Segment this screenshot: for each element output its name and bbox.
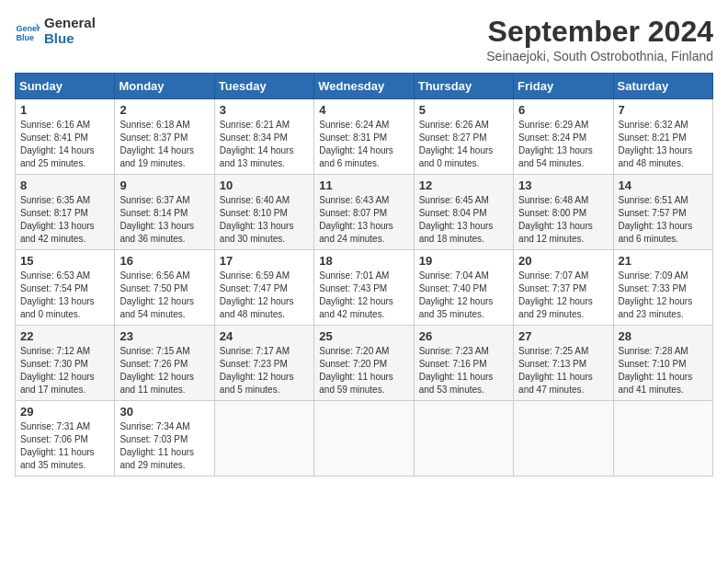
day-daylight: Daylight: 12 hours and 42 minutes. xyxy=(319,296,393,319)
day-sunrise: Sunrise: 6:18 AM xyxy=(119,120,189,130)
day-sunset: Sunset: 8:34 PM xyxy=(220,132,288,143)
day-daylight: Daylight: 12 hours and 11 minutes. xyxy=(119,372,194,395)
day-number: 23 xyxy=(119,329,209,343)
calendar-cell: 27 Sunrise: 7:25 AM Sunset: 7:13 PM Dayl… xyxy=(514,326,613,401)
day-daylight: Daylight: 12 hours and 35 minutes. xyxy=(419,296,494,319)
day-sunrise: Sunrise: 6:51 AM xyxy=(619,195,688,205)
day-sunset: Sunset: 7:23 PM xyxy=(220,359,288,369)
col-header-tuesday: Tuesday xyxy=(214,74,313,99)
calendar-cell: 14 Sunrise: 6:51 AM Sunset: 7:57 PM Dayl… xyxy=(613,175,712,250)
day-sunrise: Sunrise: 7:31 AM xyxy=(20,421,90,431)
day-daylight: Daylight: 11 hours and 35 minutes. xyxy=(20,447,95,470)
day-sunset: Sunset: 7:10 PM xyxy=(619,359,687,369)
day-number: 12 xyxy=(419,178,508,192)
day-sunset: Sunset: 8:21 PM xyxy=(619,132,687,143)
day-sunset: Sunset: 8:17 PM xyxy=(20,208,88,218)
calendar-cell: 2 Sunrise: 6:18 AM Sunset: 8:37 PM Dayli… xyxy=(115,99,214,175)
day-number: 4 xyxy=(319,103,408,117)
day-sunset: Sunset: 8:27 PM xyxy=(419,132,487,143)
day-daylight: Daylight: 11 hours and 29 minutes. xyxy=(119,447,194,470)
day-sunrise: Sunrise: 6:26 AM xyxy=(419,120,489,130)
day-sunrise: Sunrise: 7:15 AM xyxy=(119,346,189,356)
day-daylight: Daylight: 13 hours and 30 minutes. xyxy=(220,221,294,244)
col-header-friday: Friday xyxy=(514,74,613,99)
day-sunrise: Sunrise: 6:35 AM xyxy=(20,195,90,205)
day-sunrise: Sunrise: 6:43 AM xyxy=(319,195,389,205)
day-daylight: Daylight: 13 hours and 36 minutes. xyxy=(119,221,194,244)
day-sunrise: Sunrise: 6:45 AM xyxy=(419,195,489,205)
calendar-week-row: 1 Sunrise: 6:16 AM Sunset: 8:41 PM Dayli… xyxy=(16,99,713,175)
day-number: 18 xyxy=(319,254,408,268)
calendar-cell: 12 Sunrise: 6:45 AM Sunset: 8:04 PM Dayl… xyxy=(414,175,513,250)
calendar-cell xyxy=(414,401,513,477)
day-sunset: Sunset: 7:16 PM xyxy=(419,359,487,369)
day-sunset: Sunset: 8:37 PM xyxy=(119,132,188,143)
day-number: 3 xyxy=(220,103,309,117)
day-daylight: Daylight: 12 hours and 29 minutes. xyxy=(518,296,593,319)
calendar-cell: 9 Sunrise: 6:37 AM Sunset: 8:14 PM Dayli… xyxy=(115,175,214,250)
day-sunset: Sunset: 7:47 PM xyxy=(220,283,288,293)
day-sunrise: Sunrise: 6:59 AM xyxy=(220,270,290,281)
day-sunset: Sunset: 7:43 PM xyxy=(319,283,387,293)
day-daylight: Daylight: 14 hours and 6 minutes. xyxy=(319,145,393,168)
day-sunset: Sunset: 8:00 PM xyxy=(518,208,586,218)
calendar-cell: 30 Sunrise: 7:34 AM Sunset: 7:03 PM Dayl… xyxy=(115,401,214,477)
day-number: 28 xyxy=(619,329,708,343)
calendar-cell: 10 Sunrise: 6:40 AM Sunset: 8:10 PM Dayl… xyxy=(214,175,313,250)
day-number: 21 xyxy=(619,254,708,268)
day-sunset: Sunset: 8:24 PM xyxy=(518,132,586,143)
day-sunrise: Sunrise: 6:53 AM xyxy=(20,270,90,281)
calendar-week-row: 29 Sunrise: 7:31 AM Sunset: 7:06 PM Dayl… xyxy=(16,401,713,477)
day-number: 7 xyxy=(619,103,708,117)
calendar-cell: 21 Sunrise: 7:09 AM Sunset: 7:33 PM Dayl… xyxy=(613,250,712,326)
calendar-cell: 19 Sunrise: 7:04 AM Sunset: 7:40 PM Dayl… xyxy=(414,250,513,326)
calendar-cell xyxy=(314,401,414,477)
day-daylight: Daylight: 12 hours and 5 minutes. xyxy=(220,372,294,395)
day-sunrise: Sunrise: 6:48 AM xyxy=(518,195,588,205)
calendar-cell: 26 Sunrise: 7:23 AM Sunset: 7:16 PM Dayl… xyxy=(414,326,513,401)
day-number: 16 xyxy=(119,254,209,268)
day-sunrise: Sunrise: 7:23 AM xyxy=(419,346,489,356)
col-header-monday: Monday xyxy=(115,74,214,99)
day-sunrise: Sunrise: 7:17 AM xyxy=(220,346,290,356)
calendar-cell: 4 Sunrise: 6:24 AM Sunset: 8:31 PM Dayli… xyxy=(314,99,414,175)
day-sunrise: Sunrise: 7:01 AM xyxy=(319,270,389,281)
day-number: 10 xyxy=(220,178,309,192)
day-daylight: Daylight: 14 hours and 13 minutes. xyxy=(220,145,294,168)
day-daylight: Daylight: 12 hours and 54 minutes. xyxy=(119,296,194,319)
day-sunrise: Sunrise: 7:25 AM xyxy=(518,346,588,356)
day-number: 14 xyxy=(619,178,708,192)
day-daylight: Daylight: 14 hours and 0 minutes. xyxy=(419,145,494,168)
calendar-cell: 18 Sunrise: 7:01 AM Sunset: 7:43 PM Dayl… xyxy=(314,250,414,326)
calendar-cell: 25 Sunrise: 7:20 AM Sunset: 7:20 PM Dayl… xyxy=(314,326,414,401)
page-header: General Blue General Blue September 2024… xyxy=(15,15,713,63)
day-daylight: Daylight: 13 hours and 24 minutes. xyxy=(319,221,393,244)
day-sunrise: Sunrise: 6:24 AM xyxy=(319,120,389,130)
day-number: 22 xyxy=(20,329,109,343)
day-sunset: Sunset: 7:13 PM xyxy=(518,359,586,369)
svg-text:Blue: Blue xyxy=(16,33,34,42)
calendar-cell: 3 Sunrise: 6:21 AM Sunset: 8:34 PM Dayli… xyxy=(214,99,313,175)
day-sunset: Sunset: 7:30 PM xyxy=(20,359,88,369)
day-number: 6 xyxy=(518,103,608,117)
day-daylight: Daylight: 14 hours and 25 minutes. xyxy=(20,145,95,168)
day-number: 19 xyxy=(419,254,508,268)
day-sunrise: Sunrise: 6:37 AM xyxy=(119,195,189,205)
day-number: 13 xyxy=(518,178,608,192)
calendar-table: SundayMondayTuesdayWednesdayThursdayFrid… xyxy=(15,73,713,477)
day-sunset: Sunset: 7:06 PM xyxy=(20,434,88,444)
calendar-cell: 7 Sunrise: 6:32 AM Sunset: 8:21 PM Dayli… xyxy=(613,99,712,175)
day-sunrise: Sunrise: 6:29 AM xyxy=(518,120,588,130)
calendar-cell: 17 Sunrise: 6:59 AM Sunset: 7:47 PM Dayl… xyxy=(214,250,313,326)
day-daylight: Daylight: 13 hours and 54 minutes. xyxy=(518,145,593,168)
day-sunset: Sunset: 8:04 PM xyxy=(419,208,487,218)
day-daylight: Daylight: 12 hours and 23 minutes. xyxy=(619,296,693,319)
calendar-cell: 16 Sunrise: 6:56 AM Sunset: 7:50 PM Dayl… xyxy=(115,250,214,326)
logo-text-blue: Blue xyxy=(44,30,96,46)
day-sunset: Sunset: 8:31 PM xyxy=(319,132,387,143)
day-sunset: Sunset: 7:33 PM xyxy=(619,283,687,293)
calendar-week-row: 15 Sunrise: 6:53 AM Sunset: 7:54 PM Dayl… xyxy=(16,250,713,326)
day-number: 17 xyxy=(220,254,309,268)
day-sunset: Sunset: 8:14 PM xyxy=(119,208,188,218)
day-sunrise: Sunrise: 7:07 AM xyxy=(518,270,588,281)
